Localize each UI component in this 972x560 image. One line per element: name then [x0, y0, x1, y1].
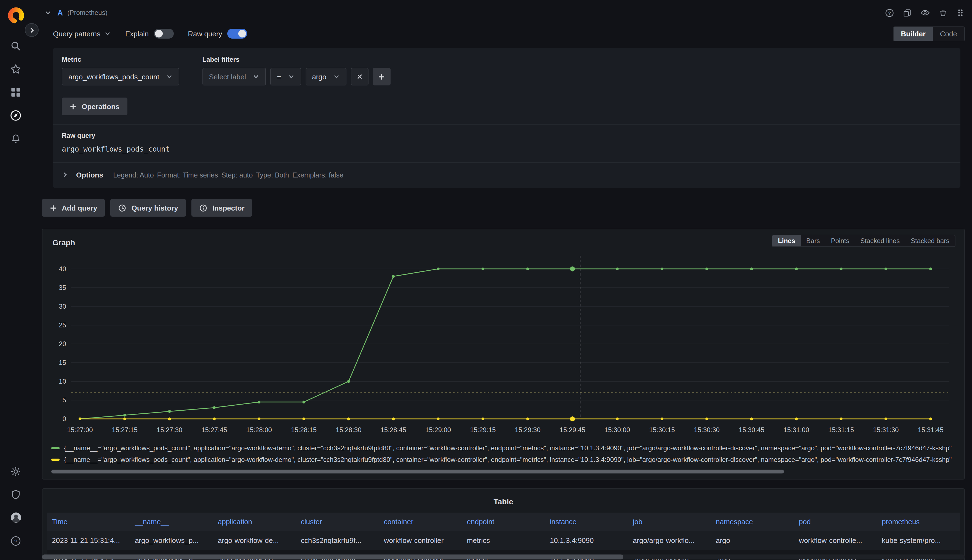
sidebar-item-explore[interactable] [4, 103, 27, 127]
column-header-job[interactable]: job [628, 513, 711, 531]
sidebar-item-alerting[interactable] [4, 127, 27, 150]
legend-label: {__name__="argo_workflows_pods_count", a… [64, 444, 952, 452]
table-header-row: Time__name__applicationclustercontainere… [47, 513, 960, 531]
page-horizontal-scrollbar[interactable] [42, 555, 965, 560]
query-patterns-dropdown[interactable]: Query patterns [53, 30, 111, 38]
svg-text:15:28:30: 15:28:30 [336, 426, 361, 433]
sidebar-item-help[interactable]: ? [4, 529, 27, 552]
column-header-endpoint[interactable]: endpoint [462, 513, 545, 531]
column-header-pod[interactable]: pod [794, 513, 877, 531]
table-panel: Table Time__name__applicationclustercont… [42, 488, 965, 560]
raw-query-toggle[interactable] [227, 29, 247, 38]
legend-item[interactable]: {__name__="argo_workflows_pods_count", a… [51, 453, 955, 465]
explain-toggle-group: Explain [125, 29, 174, 38]
column-header-application[interactable]: application [213, 513, 296, 531]
grafana-logo[interactable] [6, 5, 26, 25]
display-mode-stacked-bars[interactable]: Stacked bars [905, 235, 955, 247]
collapse-query-button[interactable] [44, 9, 52, 17]
eye-icon [920, 8, 930, 18]
avatar [9, 511, 22, 524]
label-value: argo [312, 72, 326, 81]
query-datasource-label: (Prometheus) [67, 9, 107, 17]
svg-text:15:28:00: 15:28:00 [246, 426, 272, 433]
query-ref-id[interactable]: A [57, 8, 63, 17]
legend-item[interactable]: {__name__="argo_workflows_pods_count", a… [51, 442, 955, 453]
compass-icon [9, 109, 22, 122]
svg-text:15:27:00: 15:27:00 [67, 426, 93, 433]
column-header-name[interactable]: __name__ [130, 513, 213, 531]
label-value-select[interactable]: argo [305, 68, 346, 85]
svg-text:?: ? [14, 538, 17, 544]
results-table: Time__name__applicationclustercontainere… [47, 513, 960, 560]
graph-panel-header: Graph LinesBarsPointsStacked linesStacke… [51, 235, 955, 247]
graph-panel-title: Graph [52, 238, 75, 247]
column-header-namespace[interactable]: namespace [711, 513, 794, 531]
operations-button-label: Operations [82, 102, 119, 110]
query-history-button[interactable]: Query history [110, 199, 186, 217]
label-name-select[interactable]: Select label [202, 68, 266, 85]
display-mode-bars[interactable]: Bars [801, 235, 825, 247]
shield-icon [10, 488, 22, 500]
add-label-filter-button[interactable] [373, 68, 390, 85]
svg-text:15:27:45: 15:27:45 [201, 426, 227, 433]
option-summary-item: Step: auto [221, 172, 253, 179]
svg-text:15:31:15: 15:31:15 [828, 426, 854, 433]
graph-panel: Graph LinesBarsPointsStacked linesStacke… [42, 229, 965, 480]
grafana-logo-icon [6, 6, 25, 25]
editor-mode-code[interactable]: Code [933, 27, 964, 40]
svg-text:15:30:30: 15:30:30 [694, 426, 719, 433]
display-mode-stacked-lines[interactable]: Stacked lines [855, 235, 905, 247]
svg-text:15:27:30: 15:27:30 [157, 426, 182, 433]
plus-icon [378, 73, 385, 80]
remove-query-button[interactable] [939, 8, 948, 17]
svg-text:15:29:15: 15:29:15 [470, 426, 496, 433]
table-cell: workflow-controller [379, 531, 462, 550]
remove-label-filter-button[interactable] [351, 68, 368, 85]
query-help-button[interactable]: ? [885, 8, 894, 17]
table-row[interactable]: 2023-11-21 15:31:4...argo_workflows_p...… [47, 531, 960, 550]
display-mode-lines[interactable]: Lines [772, 235, 801, 247]
label-operator-select[interactable]: = [270, 68, 301, 85]
option-summary-item: Exemplars: false [293, 172, 343, 179]
display-mode-points[interactable]: Points [825, 235, 855, 247]
plus-icon [50, 204, 57, 212]
explain-toggle[interactable] [154, 29, 174, 38]
column-header-time[interactable]: Time [47, 513, 130, 531]
operations-button[interactable]: Operations [62, 98, 127, 115]
svg-text:?: ? [888, 10, 891, 16]
svg-text:20: 20 [59, 340, 66, 348]
graph-horizontal-scrollbar[interactable] [51, 470, 784, 473]
copy-query-button[interactable] [902, 8, 912, 17]
editor-mode-builder[interactable]: Builder [894, 27, 933, 40]
table-cell: kube-system/pro... [877, 531, 960, 550]
column-header-cluster[interactable]: cluster [296, 513, 379, 531]
svg-text:40: 40 [59, 265, 66, 273]
main-content: A (Prometheus) ? [32, 0, 972, 560]
graph-legend: {__name__="argo_workflows_pods_count", a… [51, 442, 955, 465]
sidebar-item-profile[interactable] [4, 506, 27, 529]
inspector-button[interactable]: Inspector [191, 199, 253, 217]
sidebar-item-search[interactable] [4, 34, 27, 57]
scrollbar-thumb[interactable] [42, 555, 623, 560]
drag-handle[interactable] [956, 8, 965, 17]
svg-text:15:29:30: 15:29:30 [515, 426, 540, 433]
options-row[interactable]: Options Legend: AutoFormat: Time seriesS… [62, 163, 952, 188]
toggle-knob [238, 30, 246, 37]
column-header-prometheus[interactable]: prometheus [877, 513, 960, 531]
sidebar-item-favorites[interactable] [4, 57, 27, 80]
svg-text:15: 15 [59, 359, 66, 366]
sidebar-item-dashboards[interactable] [4, 80, 27, 103]
column-header-container[interactable]: container [379, 513, 462, 531]
sidebar-item-configuration[interactable] [4, 460, 27, 483]
column-header-instance[interactable]: instance [545, 513, 628, 531]
raw-query-toggle-group: Raw query [188, 29, 247, 38]
hide-response-button[interactable] [920, 8, 930, 18]
add-query-button[interactable]: Add query [42, 199, 105, 217]
sidebar-item-server-admin[interactable] [4, 483, 27, 506]
table-cell: 2023-11-21 15:31:4... [47, 531, 130, 550]
svg-text:10: 10 [59, 378, 66, 385]
metric-select[interactable]: argo_workflows_pods_count [62, 68, 179, 85]
copy-icon [902, 8, 912, 17]
sidebar-expand-button[interactable] [25, 23, 38, 37]
graph-canvas[interactable]: 051015202530354015:27:0015:27:1515:27:30… [51, 247, 955, 441]
